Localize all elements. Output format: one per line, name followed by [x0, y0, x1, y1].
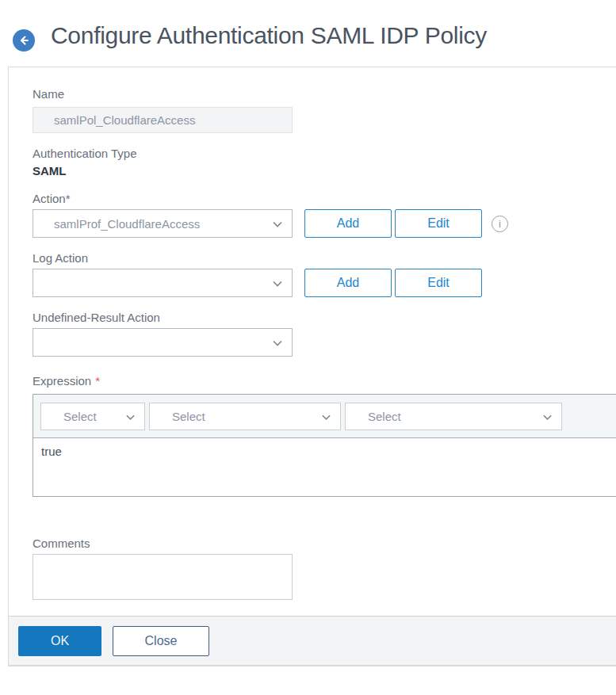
log-action-select[interactable] — [33, 269, 293, 297]
log-action-label: Log Action — [33, 250, 616, 266]
undefined-result-action-row — [33, 328, 616, 357]
expression-select-2-placeholder: Select — [172, 410, 205, 423]
back-button[interactable] — [13, 29, 35, 52]
undefined-result-action-label: Undefined-Result Action — [33, 310, 616, 326]
form-panel: Name Authentication Type SAML Action* sa… — [8, 67, 616, 666]
expression-select-1[interactable]: Select — [40, 403, 145, 430]
ok-button[interactable]: OK — [18, 626, 101, 656]
expression-select-3-placeholder: Select — [368, 410, 401, 423]
action-label: Action* — [33, 191, 616, 207]
chevron-down-icon — [320, 411, 332, 426]
chevron-down-icon — [271, 277, 284, 292]
page-header: Configure Authentication SAML IDP Policy — [0, 0, 616, 67]
action-row: samlProf_CloudflareAccess Add Edit i — [33, 209, 616, 238]
name-label: Name — [33, 86, 616, 102]
expression-label: Expression — [33, 373, 91, 389]
expression-label-row: Expression * — [33, 373, 616, 389]
expression-editor: Select Select Select true — [33, 394, 616, 497]
name-input[interactable] — [33, 107, 293, 133]
expression-select-3[interactable]: Select — [345, 403, 562, 430]
undefined-result-action-select[interactable] — [33, 328, 293, 357]
expression-toolbar: Select Select Select — [33, 395, 616, 438]
arrow-left-icon — [17, 34, 30, 47]
info-icon[interactable]: i — [492, 216, 508, 232]
expression-select-1-placeholder: Select — [63, 410, 97, 423]
expression-select-2[interactable]: Select — [149, 403, 341, 430]
close-button[interactable]: Close — [113, 626, 209, 656]
log-action-edit-button[interactable]: Edit — [395, 269, 482, 297]
action-select-value: samlProf_CloudflareAccess — [54, 217, 200, 231]
log-action-add-button[interactable]: Add — [304, 269, 392, 297]
chevron-down-icon — [271, 218, 284, 233]
chevron-down-icon — [541, 411, 553, 426]
required-asterisk: * — [95, 373, 100, 389]
chevron-down-icon — [124, 411, 136, 426]
authentication-type-label: Authentication Type — [33, 146, 616, 162]
expression-input[interactable]: true — [33, 438, 616, 496]
comments-wrap — [33, 554, 616, 600]
chevron-down-icon — [271, 337, 284, 352]
page-title: Configure Authentication SAML IDP Policy — [51, 22, 487, 49]
action-select[interactable]: samlProf_CloudflareAccess — [33, 209, 293, 238]
action-add-button[interactable]: Add — [304, 209, 392, 238]
comments-label: Comments — [33, 536, 616, 552]
action-edit-button[interactable]: Edit — [395, 209, 482, 238]
authentication-type-value: SAML — [33, 163, 616, 179]
log-action-row: Add Edit — [33, 269, 616, 297]
form-footer: OK Close — [9, 616, 616, 666]
comments-input[interactable] — [33, 554, 293, 600]
